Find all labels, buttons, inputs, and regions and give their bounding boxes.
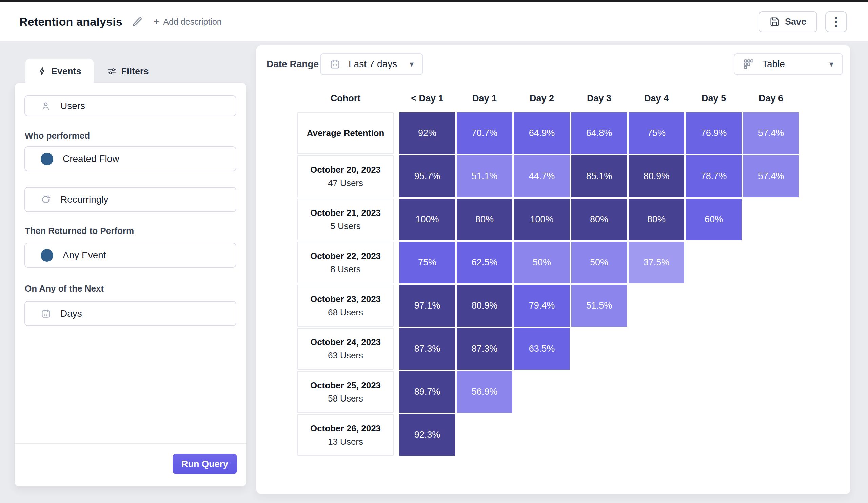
query-panel-tabs: Events Filters [14, 59, 152, 84]
retention-cell[interactable]: 92.3% [400, 414, 455, 456]
retention-cell[interactable]: 89.7% [400, 371, 455, 413]
return-event-selector[interactable]: Any Event [24, 243, 236, 268]
retention-cell[interactable]: 64.8% [571, 112, 627, 154]
query-builder-panel: Users Who performed Created Flow Recurri… [14, 83, 247, 486]
retention-cell[interactable]: 95.7% [400, 155, 455, 197]
column-header: Day 1 [457, 91, 512, 106]
column-header: Day 6 [743, 91, 799, 106]
run-query-button[interactable]: Run Query [173, 454, 237, 474]
cohort-users-count: 68 Users [328, 307, 363, 318]
results-panel: Date Range Last 7 days ▾ Table ▾ [256, 46, 850, 494]
retention-cell[interactable]: 87.3% [457, 328, 512, 370]
retention-cell[interactable]: 100% [514, 199, 570, 240]
retention-cell[interactable]: 92% [400, 112, 455, 154]
retention-cell[interactable]: 44.7% [514, 155, 570, 197]
table-row: October 24, 202363 Users87.3%87.3%63.5% [297, 328, 800, 370]
cohort-name: October 26, 2023 [310, 423, 381, 434]
panel-footer-divider [14, 443, 247, 444]
cohort-cell: Average Retention [297, 112, 394, 154]
cohort-name: October 22, 2023 [310, 251, 381, 261]
retention-cell[interactable]: 80% [457, 199, 512, 240]
retention-cell[interactable]: 63.5% [514, 328, 570, 370]
retention-cell[interactable]: 37.5% [629, 242, 684, 283]
save-icon [770, 17, 780, 27]
retention-cell[interactable]: 57.4% [743, 112, 799, 154]
refresh-icon [41, 194, 51, 205]
retention-cell[interactable]: 80.9% [457, 285, 512, 326]
cohort-cell: October 24, 202363 Users [297, 328, 394, 370]
retention-cell[interactable]: 50% [514, 242, 570, 283]
frequency-selector[interactable]: Recurringly [24, 187, 236, 212]
table-row: October 20, 202347 Users95.7%51.1%44.7%8… [297, 155, 800, 197]
retention-cell[interactable]: 56.9% [457, 371, 512, 413]
date-range-value: Last 7 days [349, 59, 397, 70]
cohort-users-count: 5 Users [330, 221, 361, 231]
retention-cell[interactable]: 50% [571, 242, 627, 283]
retention-cell[interactable]: 80% [629, 199, 684, 240]
date-range-dropdown[interactable]: Last 7 days ▾ [320, 53, 423, 75]
more-options-button[interactable]: ⋮ [825, 11, 847, 32]
next-unit-selector[interactable]: Days [24, 301, 236, 326]
table-row: October 23, 202368 Users97.1%80.9%79.4%5… [297, 285, 800, 326]
cohort-name: October 24, 2023 [310, 337, 381, 348]
performed-event-label: Created Flow [63, 153, 119, 164]
table-row: October 26, 202313 Users92.3% [297, 414, 800, 456]
tab-events[interactable]: Events [25, 59, 94, 84]
retention-cell[interactable]: 79.4% [514, 285, 570, 326]
calendar-icon [41, 309, 51, 319]
cohort-users-count: 58 Users [328, 393, 363, 404]
retention-cell[interactable]: 97.1% [400, 285, 455, 326]
cohort-cell: October 20, 202347 Users [297, 155, 394, 197]
retention-cell[interactable]: 80.9% [629, 155, 684, 197]
cohort-users-count: 63 Users [328, 350, 363, 361]
retention-cell[interactable]: 75% [629, 112, 684, 154]
column-header: < Day 1 [400, 91, 455, 106]
retention-cell[interactable]: 70.7% [457, 112, 512, 154]
window-top-strip [0, 0, 868, 2]
retention-cell[interactable]: 51.5% [571, 285, 627, 326]
retention-cell[interactable]: 64.9% [514, 112, 570, 154]
column-header: Day 5 [686, 91, 742, 106]
retention-cell[interactable]: 62.5% [457, 242, 512, 283]
retention-cell[interactable]: 87.3% [400, 328, 455, 370]
return-event-label: Any Event [63, 250, 106, 261]
frequency-label: Recurringly [60, 194, 108, 205]
retention-cell[interactable]: 85.1% [571, 155, 627, 197]
table-row: Average Retention92%70.7%64.9%64.8%75%76… [297, 112, 800, 154]
cohort-cell: October 25, 202358 Users [297, 371, 394, 413]
event-dot-icon [41, 153, 53, 165]
kebab-icon: ⋮ [830, 16, 842, 28]
users-selector[interactable]: Users [24, 95, 236, 117]
add-description-label: Add description [163, 17, 221, 27]
caret-down-icon: ▾ [829, 59, 834, 69]
then-returned-label: Then Returned to Perform [25, 226, 134, 236]
retention-cell[interactable]: 76.9% [686, 112, 742, 154]
plus-icon: + [154, 17, 159, 27]
retention-cell[interactable]: 60% [686, 199, 742, 240]
users-selector-label: Users [60, 100, 85, 111]
retention-cell[interactable]: 80% [571, 199, 627, 240]
cohort-name: October 25, 2023 [310, 380, 381, 391]
retention-cell[interactable]: 51.1% [457, 155, 512, 197]
retention-cell[interactable]: 100% [400, 199, 455, 240]
cohort-name: October 21, 2023 [310, 208, 381, 218]
column-header: Day 2 [514, 91, 570, 106]
tab-filters-label: Filters [121, 66, 149, 77]
retention-cell[interactable]: 78.7% [686, 155, 742, 197]
performed-event-selector[interactable]: Created Flow [24, 146, 236, 171]
save-label: Save [785, 17, 806, 27]
retention-cell[interactable]: 57.4% [743, 155, 799, 197]
next-unit-label: Days [60, 308, 82, 319]
column-header: Cohort [297, 91, 394, 106]
column-header: Day 3 [571, 91, 627, 106]
on-any-next-label: On Any of the Next [25, 283, 104, 294]
cohort-cell: October 23, 202368 Users [297, 285, 394, 326]
add-description-button[interactable]: + Add description [154, 17, 222, 27]
date-range-label: Date Range [267, 53, 319, 75]
tab-filters[interactable]: Filters [104, 66, 152, 77]
view-type-dropdown[interactable]: Table ▾ [734, 53, 843, 75]
pencil-icon[interactable] [132, 16, 143, 27]
cohort-cell: October 26, 202313 Users [297, 414, 394, 456]
save-button[interactable]: Save [759, 11, 817, 32]
retention-cell[interactable]: 75% [400, 242, 455, 283]
